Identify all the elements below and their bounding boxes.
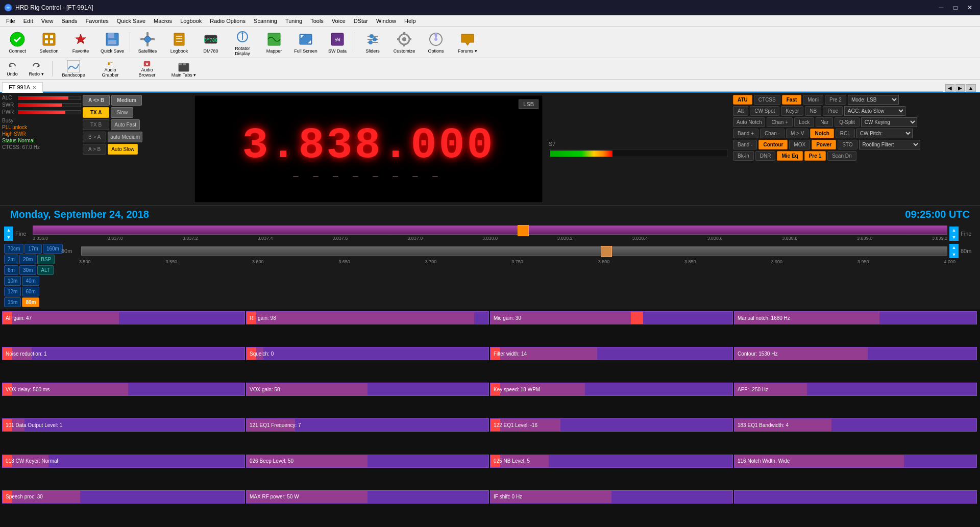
menu-edit[interactable]: Edit: [19, 15, 37, 26]
filter-width-slider[interactable]: Filter width: 14: [490, 347, 733, 360]
bandscope-button[interactable]: Bandscope: [56, 59, 91, 79]
fine-slider-track[interactable]: [33, 225, 947, 235]
80m-down-arrow[interactable]: ▼: [949, 251, 959, 258]
moni-button[interactable]: Moni: [803, 95, 823, 105]
maintabs-button[interactable]: Main Tabs ▾: [166, 59, 202, 79]
pre2-button[interactable]: Pre 2: [825, 95, 846, 105]
key-speed-slider[interactable]: Key speed: 18 WPM: [490, 383, 733, 396]
band-10m[interactable]: 10m: [4, 276, 21, 286]
keyer-button[interactable]: Keyer: [781, 106, 803, 116]
audiobrowser-button[interactable]: Audio Browser: [129, 59, 165, 79]
txb-button[interactable]: TX B: [83, 119, 109, 130]
ctcss-button[interactable]: CTCSS: [754, 95, 780, 105]
rf-gain-slider[interactable]: RF gain: 98: [246, 311, 489, 324]
cwspot-button[interactable]: CW Spot: [750, 106, 779, 116]
pre1-button[interactable]: Pre 1: [804, 151, 826, 161]
cwpitch-select[interactable]: CW Pitch:: [856, 129, 913, 138]
cw-keyer-slider[interactable]: 013 CW Keyer: Normal: [2, 455, 245, 468]
speech-proc-slider[interactable]: Speech proc: 30: [2, 490, 245, 504]
band-alt[interactable]: ALT: [37, 265, 54, 275]
menu-view[interactable]: View: [37, 15, 58, 26]
selection-button[interactable]: Selection: [34, 28, 64, 57]
undo-button[interactable]: Undo: [2, 59, 22, 79]
mode-select[interactable]: Mode: LSB Mode: USB Mode: CW Mode: FM Mo…: [848, 95, 899, 105]
autonotch-button[interactable]: Auto Notch: [733, 117, 765, 127]
btoa-button[interactable]: B > A: [83, 132, 106, 142]
menu-file[interactable]: File: [2, 15, 19, 26]
nb-level-slider[interactable]: 025 NB Level: 5: [490, 455, 733, 468]
band-20m[interactable]: 20m: [19, 255, 36, 264]
power-button[interactable]: Power: [812, 140, 836, 149]
data-output-slider[interactable]: 101 Data Output Level: 1: [2, 418, 245, 432]
sto-button[interactable]: STO: [838, 140, 857, 149]
menu-bands[interactable]: Bands: [57, 15, 81, 26]
audiograbber-button[interactable]: Audio Grabber: [92, 59, 128, 79]
connect-button[interactable]: Connect: [2, 28, 33, 57]
atu-button[interactable]: ATU: [733, 95, 752, 105]
favorite-button[interactable]: Favorite: [65, 28, 96, 57]
agc-select[interactable]: AGC: Auto Slow AGC: Auto Fast AGC: Auto …: [844, 106, 905, 116]
band-80m[interactable]: 80m: [22, 297, 39, 307]
band-60m[interactable]: 60m: [22, 287, 39, 296]
band-160m[interactable]: 160m: [43, 244, 63, 254]
mv-button[interactable]: M > V: [786, 129, 808, 138]
lock-button[interactable]: Lock: [794, 117, 814, 127]
contour-slider[interactable]: Contour: 1530 Hz: [734, 347, 977, 360]
satellites-button[interactable]: Satellites: [132, 28, 163, 57]
maximize-btn[interactable]: □: [949, 3, 962, 13]
eq1-bw-slider[interactable]: 183 EQ1 Bandwidth: 4: [734, 418, 977, 432]
tab-close-btn[interactable]: ✕: [32, 85, 36, 90]
vox-gain-slider[interactable]: VOX gain: 50: [246, 383, 489, 396]
mox-button[interactable]: MOX: [789, 140, 810, 149]
atob2-button[interactable]: A > B: [83, 144, 106, 155]
notch-width-slider[interactable]: 116 Notch Width: Wide: [734, 455, 977, 468]
autoslow-button[interactable]: Auto Slow: [108, 144, 138, 155]
proc-button[interactable]: Proc: [823, 106, 843, 116]
if-shift-slider[interactable]: IF shift: 0 Hz: [490, 490, 733, 504]
vox-delay-slider[interactable]: VOX delay: 500 ms: [2, 383, 245, 396]
menu-favorites[interactable]: Favorites: [82, 15, 113, 26]
tab-scroll-right[interactable]: ▶: [955, 84, 965, 92]
slow-button[interactable]: Slow: [111, 107, 133, 118]
swdata-button[interactable]: SW SW Data: [322, 28, 353, 57]
80m-slider-track[interactable]: [81, 246, 947, 256]
80m-up-arrow[interactable]: ▲: [949, 244, 959, 251]
band-12m[interactable]: 12m: [4, 287, 21, 296]
menu-tools[interactable]: Tools: [306, 15, 328, 26]
txa-button[interactable]: TX A: [83, 107, 109, 118]
band-40m[interactable]: 40m: [22, 276, 39, 286]
menu-help[interactable]: Help: [400, 15, 420, 26]
band-2m[interactable]: 2m: [4, 255, 18, 264]
squelch-slider[interactable]: Squelch: 0: [246, 347, 489, 360]
quicksave-button[interactable]: Quick Save: [97, 28, 128, 57]
cwkeying-select[interactable]: CW Keying: [861, 117, 917, 127]
bandm-button[interactable]: Band -: [733, 140, 757, 149]
nar-button[interactable]: Nar: [816, 117, 833, 127]
noise-reduction-slider[interactable]: Noise reduction: 1: [2, 347, 245, 360]
band-6m[interactable]: 6m: [4, 265, 18, 275]
fine-right-up[interactable]: ▲: [949, 227, 959, 234]
fine-right-down[interactable]: ▼: [949, 234, 959, 241]
autofast-button[interactable]: Auto Fast: [111, 119, 140, 130]
menu-voice[interactable]: Voice: [328, 15, 350, 26]
logbook-button[interactable]: Logbook: [164, 28, 194, 57]
rcl-button[interactable]: RCL: [836, 129, 855, 138]
band-30m[interactable]: 30m: [19, 265, 36, 275]
80m-slider-marker[interactable]: [601, 246, 612, 257]
rotator-button[interactable]: Rotator Display: [227, 28, 258, 57]
mapper-button[interactable]: Mapper: [259, 28, 289, 57]
atob-button[interactable]: A <> B: [83, 95, 110, 106]
beep-level-slider[interactable]: 026 Beep Level: 50: [246, 455, 489, 468]
dnr-button[interactable]: DNR: [755, 151, 776, 161]
tab-scroll-left[interactable]: ◀: [945, 84, 954, 92]
roofingfilter-select[interactable]: Roofing Filter:: [859, 140, 920, 149]
band-bsp[interactable]: BSP: [37, 255, 55, 264]
fine-slider-marker[interactable]: [518, 225, 529, 236]
medium-button[interactable]: Medium: [111, 95, 142, 106]
chanp-button[interactable]: Chan +: [767, 117, 793, 127]
menu-tuning[interactable]: Tuning: [281, 15, 306, 26]
menu-macros[interactable]: Macros: [150, 15, 176, 26]
af-gain-slider[interactable]: AF gain: 47: [2, 311, 245, 324]
sliders-button[interactable]: Sliders: [357, 28, 388, 57]
forums-button[interactable]: Forums ▾: [452, 28, 483, 57]
